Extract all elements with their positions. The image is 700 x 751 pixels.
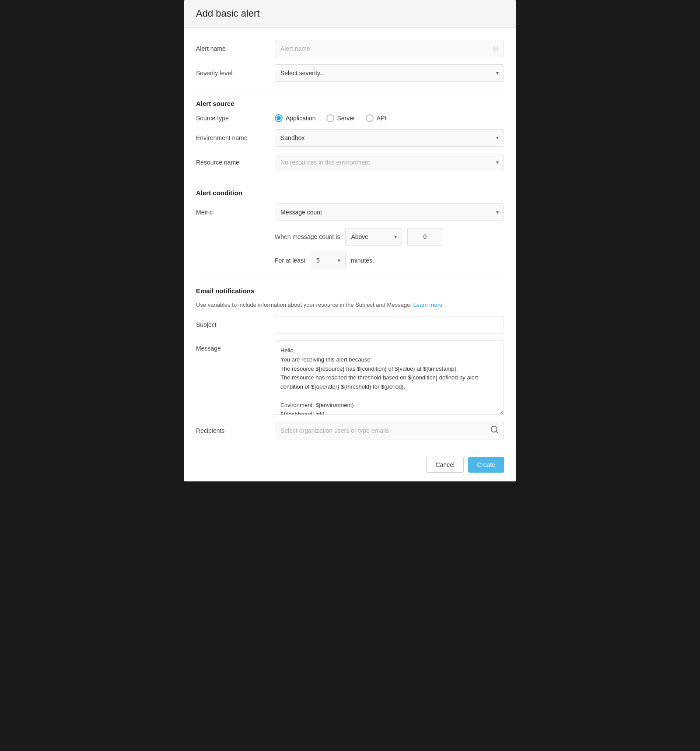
source-type-application[interactable]: Application (275, 114, 316, 122)
alert-name-row: Alert name ⊟ (196, 40, 504, 57)
metric-label: Metric (196, 209, 275, 216)
divider-1 (196, 91, 504, 91)
recipients-wrapper (275, 422, 504, 439)
dialog-footer: Cancel Create (184, 448, 516, 481)
severity-level-row: Severity level Select severity... Critic… (196, 64, 504, 82)
email-notifications-section-title: Email notifications (196, 287, 504, 295)
subject-label: Subject (196, 321, 275, 328)
recipients-row: Recipients (196, 422, 504, 439)
divider-3 (196, 278, 504, 278)
metric-select-wrapper: Message count Error rate Response time C… (275, 204, 504, 221)
source-type-row: Source type Application Server API (196, 114, 504, 122)
source-type-api-radio[interactable] (366, 114, 374, 122)
create-button[interactable]: Create (468, 457, 504, 473)
email-desc-text: Use variables to include information abo… (196, 302, 412, 308)
severity-select-wrapper: Select severity... Critical High Medium … (275, 64, 504, 82)
duration-unit-label: minutes. (351, 257, 374, 264)
metric-select[interactable]: Message count Error rate Response time C… (275, 204, 504, 221)
when-label: When message count is (275, 233, 340, 240)
for-at-least-label: For at least (275, 257, 305, 264)
source-type-server-label: Server (337, 115, 355, 122)
source-type-api-label: API (377, 115, 387, 122)
threshold-input[interactable]: 0 (407, 228, 442, 246)
subject-row: Subject ${severity}: ${resource} ${condi… (196, 316, 504, 333)
alert-name-wrapper: ⊟ (275, 40, 504, 57)
operator-select[interactable]: Above Below Equal to (345, 228, 402, 246)
environment-name-row: Environment name Sandbox Production Stag… (196, 129, 504, 147)
subject-input[interactable]: ${severity}: ${resource} ${condition} (275, 316, 504, 333)
alert-name-label: Alert name (196, 45, 275, 52)
template-icon: ⊟ (493, 45, 499, 53)
cancel-button[interactable]: Cancel (426, 457, 464, 473)
email-notifications-desc: Use variables to include information abo… (196, 302, 504, 308)
duration-select[interactable]: 1 2 5 10 15 30 (311, 252, 346, 269)
message-label: Message (196, 340, 275, 352)
resource-name-row: Resource name No resources in this envir… (196, 154, 504, 171)
resource-select[interactable]: No resources in this environment (275, 154, 504, 171)
duration-select-wrapper: 1 2 5 10 15 30 ▾ (311, 252, 346, 269)
source-type-api[interactable]: API (366, 114, 387, 122)
dialog-title: Add basic alert (196, 8, 504, 19)
learn-more-link[interactable]: Learn more (413, 302, 442, 308)
divider-2 (196, 180, 504, 180)
duration-row: For at least 1 2 5 10 15 30 ▾ minutes. (275, 252, 504, 269)
severity-level-label: Severity level (196, 70, 275, 77)
environment-select[interactable]: Sandbox Production Staging (275, 129, 504, 147)
add-basic-alert-dialog: Add basic alert Alert name ⊟ Severity le… (184, 0, 516, 481)
dialog-header: Add basic alert (184, 0, 516, 28)
metric-row: Metric Message count Error rate Response… (196, 204, 504, 221)
source-type-radio-group: Application Server API (275, 114, 504, 122)
environment-select-wrapper: Sandbox Production Staging ▾ (275, 129, 504, 147)
alert-name-input[interactable] (275, 40, 504, 57)
alert-condition-section-title: Alert condition (196, 189, 504, 197)
environment-name-label: Environment name (196, 134, 275, 141)
condition-operator-row: When message count is Above Below Equal … (275, 228, 504, 246)
source-type-application-radio[interactable] (275, 114, 283, 122)
message-row: Message Hello, You are receiving this al… (196, 340, 504, 415)
source-type-application-label: Application (286, 115, 316, 122)
resource-name-label: Resource name (196, 159, 275, 166)
resource-select-wrapper: No resources in this environment ▾ (275, 154, 504, 171)
operator-select-wrapper: Above Below Equal to ▾ (345, 228, 402, 246)
svg-line-1 (496, 431, 498, 433)
recipients-input[interactable] (275, 422, 504, 439)
source-type-label: Source type (196, 115, 275, 122)
message-textarea[interactable]: Hello, You are receiving this alert beca… (275, 340, 504, 415)
source-type-server[interactable]: Server (326, 114, 355, 122)
dialog-body: Alert name ⊟ Severity level Select sever… (184, 28, 516, 439)
search-icon (490, 425, 499, 436)
alert-source-section-title: Alert source (196, 100, 504, 107)
recipients-label: Recipients (196, 427, 275, 434)
severity-select[interactable]: Select severity... Critical High Medium … (275, 64, 504, 82)
source-type-server-radio[interactable] (326, 114, 334, 122)
